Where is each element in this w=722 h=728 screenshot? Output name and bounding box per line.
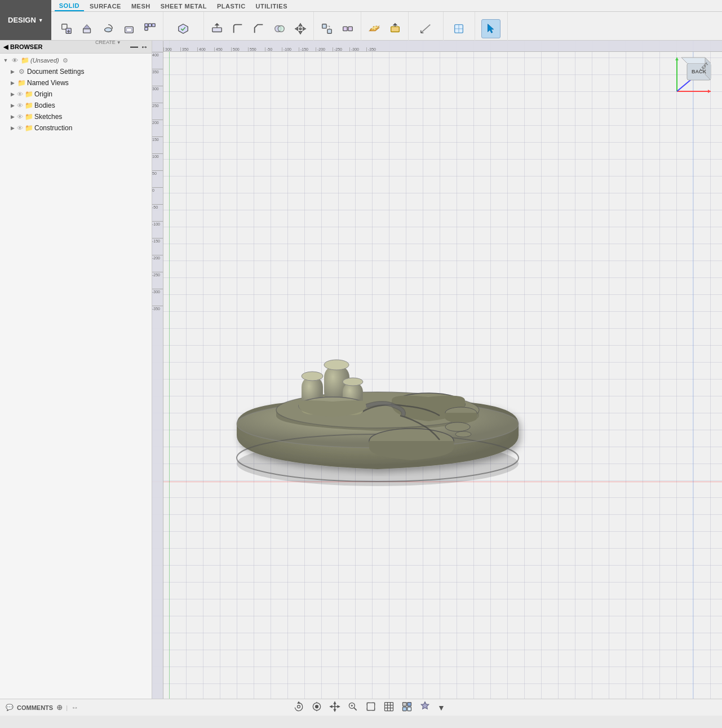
create-label[interactable]: CREATE ▼ (95, 39, 121, 45)
design-button[interactable]: DESIGN ▼ (0, 0, 51, 40)
zoom-icon[interactable] (345, 700, 361, 715)
offset-plane-icon[interactable] (365, 19, 384, 38)
comments-label: COMMENTS (17, 704, 53, 711)
svg-line-80 (354, 708, 357, 711)
svg-rect-28 (348, 27, 352, 30)
root-eye-icon[interactable]: 👁 (10, 56, 19, 65)
tree-item-bodies[interactable]: ▶ 👁 📁 Bodies (0, 100, 152, 111)
named-views-arrow: ▶ (9, 80, 16, 86)
grid-dropdown-icon[interactable]: ▼ (435, 702, 448, 713)
svg-point-51 (324, 360, 349, 370)
main-area: ◀ BROWSER — ↔ ▼ 👁 📁 (Unsaved) ⚙ ▶ ⚙ Docu… (0, 41, 722, 699)
sidebar: ◀ BROWSER — ↔ ▼ 👁 📁 (Unsaved) ⚙ ▶ ⚙ Docu… (0, 41, 152, 699)
svg-point-69 (298, 705, 300, 708)
svg-marker-5 (83, 25, 90, 29)
revolve-icon[interactable] (99, 19, 118, 38)
svg-marker-75 (334, 702, 335, 704)
origin-eye-icon[interactable]: 👁 (17, 91, 23, 98)
insert-mesh-icon[interactable] (449, 19, 468, 38)
orbit-icon[interactable] (291, 700, 307, 715)
tree-item-origin[interactable]: ▶ 👁 📁 Origin (0, 89, 152, 100)
measure-icon[interactable] (416, 19, 435, 38)
root-settings-icon[interactable]: ⚙ (63, 57, 68, 64)
tab-sheet-metal[interactable]: SHEET METAL (156, 2, 211, 11)
automate-icon[interactable] (174, 19, 193, 38)
svg-point-72 (316, 705, 318, 708)
shell-icon[interactable] (119, 19, 139, 38)
viewport[interactable]: 300 350 400 450 500 550 -50 -100 -150 -2… (152, 41, 722, 699)
3d-model (203, 261, 552, 499)
svg-rect-11 (152, 24, 155, 27)
display-settings-icon[interactable] (417, 700, 433, 715)
browser-tree: ▼ 👁 📁 (Unsaved) ⚙ ▶ ⚙ Document Settings … (0, 54, 152, 699)
svg-rect-12 (145, 27, 148, 30)
fit-view-icon[interactable] (363, 700, 379, 715)
construction-eye-icon[interactable]: 👁 (17, 125, 23, 131)
visual-style-icon[interactable] (399, 700, 415, 715)
ruler-top: 300 350 400 450 500 550 -50 -100 -150 -2… (152, 41, 722, 52)
comments-icon[interactable]: 💬 (6, 704, 14, 711)
look-at-icon[interactable] (309, 700, 325, 715)
tab-surface[interactable]: SURFACE (85, 2, 126, 11)
root-label: (Unsaved) (30, 57, 59, 64)
svg-rect-8 (126, 28, 131, 32)
sketches-folder-icon: 📁 (24, 112, 33, 121)
create-group: CREATE ▼ (54, 12, 163, 52)
svg-rect-83 (367, 703, 374, 710)
sketches-eye-icon[interactable]: 👁 (17, 113, 23, 120)
joint-icon[interactable] (317, 19, 336, 38)
new-component-icon[interactable] (57, 19, 76, 38)
svg-rect-27 (343, 27, 347, 30)
svg-marker-78 (338, 705, 339, 707)
svg-rect-89 (403, 703, 407, 707)
as-built-joint-icon[interactable] (338, 19, 357, 38)
bodies-arrow: ▶ (9, 103, 16, 108)
expand-comments-icon[interactable]: ↔ (71, 703, 78, 712)
axis-z-line (693, 41, 693, 699)
combine-icon[interactable] (270, 19, 289, 38)
tree-item-construction[interactable]: ▶ 👁 📁 Construction (0, 122, 152, 134)
bottom-nav-icons: ▼ (291, 700, 448, 715)
collapse-browser-icon[interactable]: ◀ (3, 43, 8, 51)
grid-settings-icon[interactable] (381, 700, 397, 715)
comments-add-icon[interactable]: ⊕ (56, 703, 63, 712)
chamfer-icon[interactable] (249, 19, 268, 38)
tab-plastic[interactable]: PLASTIC (212, 2, 250, 11)
tree-item-sketches[interactable]: ▶ 👁 📁 Sketches (0, 111, 152, 122)
svg-point-6 (104, 28, 112, 32)
fillet-icon[interactable] (228, 19, 247, 38)
tree-item-document-settings[interactable]: ▶ ⚙ Document Settings (0, 66, 152, 77)
extrude-icon[interactable] (78, 19, 97, 38)
doc-settings-icon: ⚙ (17, 67, 26, 76)
design-dropdown-arrow: ▼ (38, 17, 43, 23)
bodies-eye-icon[interactable]: 👁 (17, 102, 23, 109)
origin-arrow: ▶ (9, 91, 16, 97)
pan-icon[interactable] (327, 700, 343, 715)
press-pull-icon[interactable] (207, 19, 227, 38)
tree-root-item[interactable]: ▼ 👁 📁 (Unsaved) ⚙ (0, 55, 152, 66)
construction-label: Construction (34, 124, 72, 132)
svg-marker-77 (330, 705, 332, 707)
svg-marker-20 (295, 27, 298, 30)
view-cube[interactable]: BACK LEFT (671, 52, 716, 97)
named-views-label: Named Views (27, 79, 69, 87)
svg-rect-10 (148, 24, 152, 27)
offset-face-icon[interactable] (386, 19, 405, 38)
construction-arrow: ▶ (9, 125, 16, 131)
origin-label: Origin (34, 90, 52, 98)
pattern-icon[interactable] (140, 19, 160, 38)
toolbar: DESIGN ▼ SOLID SURFACE MESH SHEET METAL … (0, 0, 722, 41)
tab-solid[interactable]: SOLID (55, 1, 84, 11)
bottom-bar: 💬 COMMENTS ⊕ | ↔ (0, 699, 722, 716)
tab-utilities[interactable]: UTILITIES (251, 2, 292, 11)
named-views-folder-icon: 📁 (17, 78, 26, 87)
tab-mesh[interactable]: MESH (127, 2, 155, 11)
tree-item-named-views[interactable]: ▶ 📁 Named Views (0, 77, 152, 89)
root-arrow: ▼ (2, 58, 9, 63)
select-icon[interactable] (481, 19, 500, 38)
svg-marker-19 (299, 32, 302, 34)
svg-rect-84 (385, 703, 393, 711)
move-icon[interactable] (291, 19, 310, 38)
sketches-label: Sketches (34, 113, 62, 121)
svg-line-33 (421, 25, 431, 33)
